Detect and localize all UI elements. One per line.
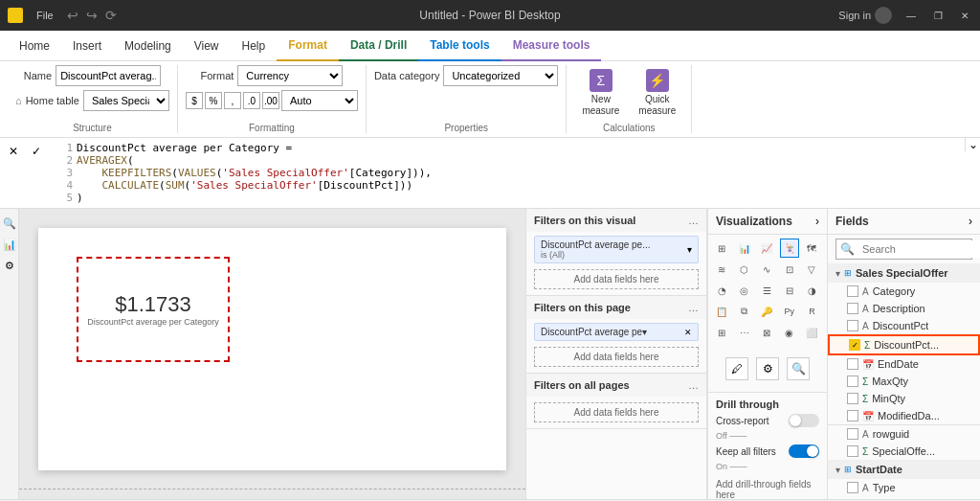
specialoffer-checkbox[interactable] [847, 445, 858, 457]
type-checkbox[interactable] [847, 482, 858, 493]
viz-icon-bar[interactable]: 📊 [735, 239, 754, 258]
fields-item-maxqty[interactable]: Σ MaxQty [828, 373, 980, 390]
fields-item-type[interactable]: A Type [828, 479, 980, 496]
viz-icon-pie[interactable]: ◔ [712, 281, 731, 300]
new-measure-btn[interactable]: Σ Newmeasure [574, 65, 627, 121]
tab-modeling[interactable]: Modeling [113, 31, 183, 61]
name-input[interactable] [56, 65, 161, 86]
viz-icon-hex[interactable]: ⬡ [735, 260, 754, 279]
keep-filters-toggle[interactable] [789, 444, 819, 458]
viz-icon-card[interactable]: 🃏 [780, 239, 799, 258]
quick-measure-btn[interactable]: ⚡ Quickmeasure [631, 65, 683, 121]
minqty-checkbox[interactable] [847, 393, 858, 404]
viz-icon-py[interactable]: Py [780, 302, 799, 321]
filters-page-more[interactable]: … [688, 302, 699, 313]
filter-chip-2[interactable]: DiscountPct average pe▾ ✕ [534, 323, 699, 341]
tab-help[interactable]: Help [231, 31, 278, 61]
viz-icon-more[interactable]: ⋯ [735, 323, 754, 342]
currency-symbol-btn[interactable]: $ [186, 92, 203, 109]
viz-icon-matrix[interactable]: ≋ [712, 260, 731, 279]
percent-btn[interactable]: % [205, 92, 222, 109]
left-sidebar-btn2[interactable]: 📊 [3, 238, 16, 251]
discountpct-measure-checkbox[interactable]: ✓ [849, 339, 860, 351]
filters-visual-more[interactable]: … [688, 215, 699, 226]
tab-home[interactable]: Home [8, 31, 61, 61]
tab-view[interactable]: View [183, 31, 231, 61]
maxqty-checkbox[interactable] [847, 376, 858, 387]
fields-item-category[interactable]: A Category [828, 283, 980, 300]
viz-icon-radio[interactable]: ◉ [780, 323, 799, 342]
viz-icon-donut[interactable]: ◎ [735, 281, 754, 300]
signin-button[interactable]: Sign in [838, 7, 892, 24]
tab-format[interactable]: Format [277, 31, 339, 61]
formula-cancel-btn[interactable]: ✕ [4, 142, 23, 161]
fields-group-sales-header[interactable]: ▾ ⊞ Sales SpecialOffer [828, 263, 980, 283]
viz-icon-grid[interactable]: ⊞ [712, 323, 731, 342]
cross-report-toggle[interactable] [789, 414, 819, 427]
fields-item-discountpct-measure[interactable]: ✓ Σ DiscountPct... [828, 334, 980, 355]
fields-item-minqty[interactable]: Σ MinQty [828, 390, 980, 407]
fields-item-rowguid[interactable]: A rowguid [828, 425, 980, 443]
viz-panel-expand-btn[interactable]: › [815, 215, 819, 228]
filter-chip-1-expand[interactable]: ▾ [687, 244, 692, 255]
viz-icon-line[interactable]: 📈 [757, 239, 776, 258]
tab-measure-tools[interactable]: Measure tools [501, 31, 602, 61]
filter-chip-2-close[interactable]: ✕ [684, 328, 692, 337]
fields-item-description[interactable]: A Description [828, 300, 980, 317]
viz-icon-scatter[interactable]: ⊡ [780, 260, 799, 279]
viz-filter-icon[interactable]: ⚙ [756, 357, 779, 380]
formula-confirm-btn[interactable]: ✓ [27, 142, 46, 161]
fields-panel-expand-btn[interactable]: › [969, 215, 972, 228]
maximize-btn[interactable]: ❐ [930, 8, 946, 23]
file-menu-btn[interactable]: File [31, 8, 59, 23]
undo-btn[interactable]: ↩ [67, 8, 78, 23]
viz-icon-map[interactable]: 🗺 [802, 239, 821, 258]
discountpct-checkbox[interactable] [847, 320, 858, 331]
modifieddate-checkbox[interactable] [847, 410, 858, 421]
viz-icon-funnel[interactable]: ▽ [802, 260, 821, 279]
comma-btn[interactable]: , [224, 92, 241, 109]
fields-item-enddate[interactable]: 📅 EndDate [828, 355, 980, 373]
viz-analytics-icon[interactable]: 🔍 [787, 357, 810, 380]
fields-item-specialoffer[interactable]: Σ SpecialOffe... [828, 443, 980, 460]
fields-group-startdate-header[interactable]: ▾ ⊞ StartDate [828, 460, 980, 479]
fields-item-discountpct[interactable]: A DiscountPct [828, 317, 980, 334]
left-sidebar-btn1[interactable]: 🔍 [3, 216, 16, 230]
redo-btn[interactable]: ↪ [86, 8, 98, 23]
description-checkbox[interactable] [847, 303, 858, 314]
data-category-select[interactable]: Uncategorized Web URL Image URL [443, 65, 558, 86]
fields-item-modifieddate[interactable]: 📅 ModifiedDa... [828, 407, 980, 425]
add-fields-page-btn[interactable]: Add data fields here [534, 347, 699, 367]
add-fields-visual-btn[interactable]: Add data fields here [534, 269, 699, 289]
forward-btn[interactable]: ⟳ [105, 8, 117, 23]
fields-search-input[interactable] [858, 240, 980, 258]
canvas-area[interactable]: $1.1733 DiscountPct average per Category [19, 209, 525, 499]
viz-icon-check[interactable]: ⊠ [757, 323, 776, 342]
viz-icon-r[interactable]: R [802, 302, 821, 321]
filter-chip-1[interactable]: DiscountPct average pe... is (All) ▾ [534, 236, 699, 263]
viz-icon-blank[interactable]: ⬜ [802, 323, 821, 342]
left-sidebar-btn3[interactable]: ⚙ [3, 259, 16, 272]
enddate-checkbox[interactable] [847, 358, 858, 370]
visual-box[interactable]: $1.1733 DiscountPct average per Category [77, 257, 230, 362]
filters-all-more[interactable]: … [688, 379, 699, 391]
viz-icon-gauge[interactable]: ◑ [802, 281, 821, 300]
viz-icon-slicer[interactable]: ⧉ [735, 302, 754, 321]
close-btn[interactable]: ✕ [957, 8, 972, 23]
formula-expand-btn[interactable]: ⌄ [965, 138, 980, 151]
dec-increase-btn[interactable]: .0 [243, 92, 260, 109]
formula-editor[interactable]: 1 DiscountPct average per Category = 2 A… [50, 138, 965, 208]
minimize-btn[interactable]: — [903, 8, 919, 23]
viz-icon-area[interactable]: ∿ [757, 260, 776, 279]
category-checkbox[interactable] [847, 285, 858, 297]
viz-icon-table[interactable]: ⊞ [712, 239, 731, 258]
add-fields-all-btn[interactable]: Add data fields here [534, 402, 699, 422]
viz-icon-ribbon[interactable]: ⊟ [780, 281, 799, 300]
format-select[interactable]: Currency Decimal Whole number Percentage [237, 65, 343, 86]
tab-insert[interactable]: Insert [61, 31, 113, 61]
viz-icon-waterfall[interactable]: ☰ [757, 281, 776, 300]
viz-paint-icon[interactable]: 🖊 [725, 357, 748, 380]
rowguid-checkbox[interactable] [847, 428, 858, 440]
dec-decrease-btn[interactable]: .00 [262, 92, 279, 109]
viz-icon-kpi[interactable]: 📋 [712, 302, 731, 321]
